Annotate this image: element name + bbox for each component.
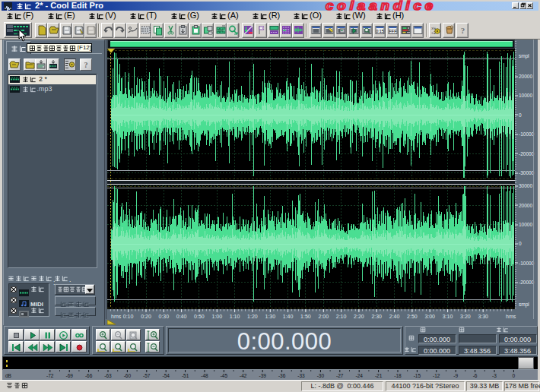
svg-text:1:50: 1:50 (300, 314, 311, 319)
svg-text:-12: -12 (433, 373, 440, 378)
svg-text:0: 0 (519, 241, 522, 246)
svg-text:-20000: -20000 (519, 151, 535, 156)
svg-text:2:40: 2:40 (389, 314, 400, 319)
svg-text:1:10: 1:10 (230, 314, 240, 319)
svg-text:-9: -9 (453, 373, 458, 378)
svg-text:1:40: 1:40 (283, 314, 294, 319)
svg-text:-72: -72 (46, 373, 54, 378)
svg-text:-63: -63 (104, 373, 112, 378)
svg-text:-39: -39 (259, 373, 266, 378)
svg-text:?: ? (461, 26, 465, 35)
svg-text:-45: -45 (221, 373, 228, 378)
svg-text:10000: 10000 (519, 93, 532, 98)
svg-text:-10000: -10000 (519, 261, 535, 266)
svg-text:hms: hms (111, 314, 122, 319)
svg-text:1:00: 1:00 (211, 314, 222, 319)
svg-text:20000: 20000 (519, 203, 532, 208)
svg-text:?: ? (84, 61, 87, 69)
svg-text:2:20: 2:20 (354, 314, 364, 319)
svg-text:3:20: 3:20 (460, 314, 471, 319)
svg-text:-48: -48 (201, 373, 208, 378)
svg-text:-42: -42 (240, 373, 247, 378)
svg-text:1:30: 1:30 (265, 314, 275, 319)
svg-text:-27: -27 (336, 373, 344, 378)
svg-text:smpl: smpl (519, 53, 529, 59)
svg-text:-36: -36 (278, 373, 286, 378)
svg-text:2:00: 2:00 (318, 314, 329, 319)
svg-text:1:20: 1:20 (247, 314, 258, 319)
svg-text:-6: -6 (473, 373, 478, 378)
svg-text:-30000: -30000 (519, 170, 535, 175)
svg-text:-20000: -20000 (519, 280, 535, 285)
svg-text:-33: -33 (297, 373, 305, 378)
svg-text:-10000: -10000 (519, 131, 535, 137)
svg-text:-60: -60 (124, 373, 132, 378)
svg-text:hms: hms (506, 314, 516, 319)
svg-text:0:50: 0:50 (194, 314, 205, 319)
svg-text:smpl: smpl (519, 302, 529, 308)
svg-text:FFF: FFF (389, 29, 397, 33)
svg-text:3:10: 3:10 (443, 314, 453, 319)
svg-text:-18: -18 (394, 373, 402, 378)
svg-text:-57: -57 (143, 373, 151, 378)
svg-text:0:20: 0:20 (141, 314, 151, 319)
svg-text:-66: -66 (85, 373, 93, 378)
svg-text:20000: 20000 (519, 74, 532, 79)
svg-text:3:00: 3:00 (424, 314, 435, 319)
svg-text:-24: -24 (355, 373, 363, 378)
svg-text:0:40: 0:40 (176, 314, 187, 319)
svg-text:0:30: 0:30 (158, 314, 169, 319)
svg-text:-15: -15 (414, 373, 421, 378)
svg-text:-21: -21 (375, 373, 383, 378)
svg-text:30000: 30000 (519, 183, 532, 188)
svg-text:2:30: 2:30 (371, 314, 382, 319)
svg-text:10000: 10000 (519, 222, 532, 227)
svg-text:-30: -30 (317, 373, 325, 378)
svg-text:2:50: 2:50 (407, 314, 418, 319)
svg-text:-54: -54 (162, 373, 170, 378)
svg-text:0: 0 (519, 112, 522, 118)
svg-text:0:15: 0:15 (376, 29, 384, 33)
svg-text:-51: -51 (182, 373, 189, 378)
svg-text:-3: -3 (492, 373, 497, 378)
svg-text:-69: -69 (65, 373, 73, 378)
svg-text:2:10: 2:10 (336, 314, 347, 319)
svg-text:3:30: 3:30 (478, 314, 488, 319)
svg-text:0: 0 (513, 373, 516, 378)
svg-text:0:10: 0:10 (123, 314, 134, 319)
svg-text:dB: dB (5, 373, 11, 378)
